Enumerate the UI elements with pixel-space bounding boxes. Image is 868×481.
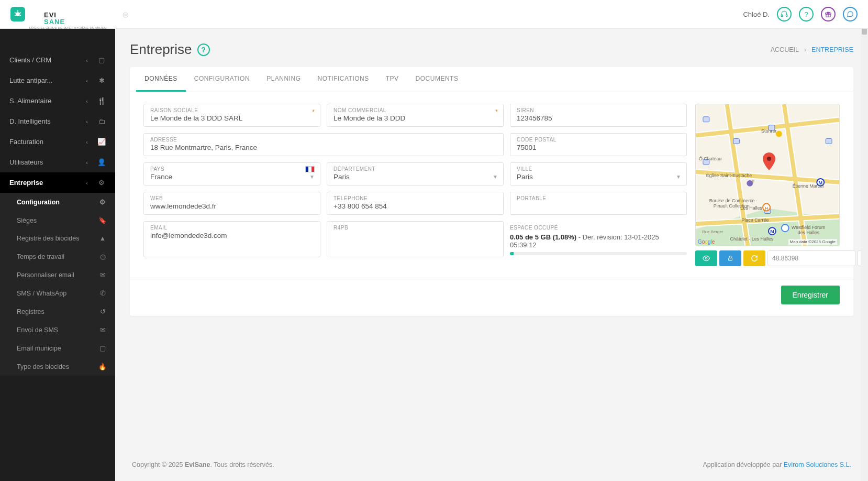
sidebar-item-utilisateurs[interactable]: Utilisateurs‹👤	[0, 152, 115, 172]
r4pb-input[interactable]	[333, 231, 497, 239]
sub-type-biocides[interactable]: Type des biocides🔥	[0, 357, 115, 376]
map-lock-button[interactable]	[719, 250, 741, 266]
field-telephone[interactable]: TÉLÉPHONE	[327, 192, 504, 215]
sidebar-item-facturation[interactable]: Facturation‹📈	[0, 132, 115, 152]
field-web[interactable]: WEB	[143, 192, 320, 215]
portable-input[interactable]	[517, 201, 680, 210]
sub-biocides[interactable]: Registre des biocides▲	[0, 229, 115, 247]
svg-text:Étienne Marcel: Étienne Marcel	[793, 183, 824, 189]
svg-point-0	[16, 12, 20, 16]
form-card: DONNÉES CONFIGURATION PLANNING NOTIFICAT…	[130, 67, 853, 316]
sub-temps[interactable]: Temps de travail◷	[0, 247, 115, 266]
field-raison-sociale[interactable]: RAISON SOCIALE *	[143, 104, 320, 127]
sub-email[interactable]: Personnaliser email✉	[0, 266, 115, 284]
map[interactable]: M M H Église Saint-Eustache ✝ Stohrer Ô …	[695, 104, 840, 246]
field-email[interactable]: EMAIL	[143, 221, 320, 257]
gift-icon[interactable]	[821, 7, 836, 21]
svg-line-4	[15, 15, 16, 16]
ville-select[interactable]: Paris	[517, 172, 680, 181]
sidebar-item-lutte[interactable]: Lutte antipar...‹✱	[0, 70, 115, 91]
web-input[interactable]	[150, 201, 314, 210]
map-attribution: Map data ©2025 Google	[788, 239, 837, 245]
sidebar-toggle-icon[interactable]: ◎	[123, 10, 128, 18]
sub-sms[interactable]: SMS / WhatsApp✆	[0, 284, 115, 302]
tabs: DONNÉES CONFIGURATION PLANNING NOTIFICAT…	[130, 67, 853, 92]
svg-text:Place Carrée: Place Carrée	[741, 217, 769, 223]
sidebar-item-clients[interactable]: Clients / CRM‹▢	[0, 50, 115, 70]
gear-icon: ⚙	[98, 198, 107, 206]
tab-documents[interactable]: DOCUMENTS	[407, 67, 467, 92]
svg-line-5	[19, 15, 21, 16]
espace-bold: 0.05 de 5 GB (1.08%)	[510, 233, 576, 241]
sub-envoi-sms[interactable]: Envoi de SMS✉	[0, 321, 115, 339]
sub-sieges[interactable]: Sièges🔖	[0, 211, 115, 229]
field-ville[interactable]: VILLE Paris ▼	[510, 162, 687, 185]
field-siren[interactable]: SIREN	[510, 104, 687, 127]
email-input[interactable]	[150, 231, 314, 239]
map-view-button[interactable]	[695, 250, 717, 266]
tab-configuration[interactable]: CONFIGURATION	[186, 67, 258, 92]
svg-rect-7	[786, 15, 787, 17]
chevron-left-icon: ‹	[86, 159, 88, 166]
tab-planning[interactable]: PLANNING	[258, 67, 309, 92]
svg-text:des Halles: des Halles	[798, 230, 820, 235]
sub-email-municipe[interactable]: Email municipe▢	[0, 339, 115, 357]
droplet-icon: 🔥	[98, 363, 107, 370]
tab-notifications[interactable]: NOTIFICATIONS	[309, 67, 377, 92]
headset-icon[interactable]	[777, 7, 792, 21]
field-code-postal[interactable]: CODE POSTAL	[510, 133, 687, 156]
footer-link[interactable]: Evirom Soluciones S.L.	[784, 461, 851, 468]
username[interactable]: Chloé D.	[743, 10, 770, 18]
page-title: Entreprise ?	[130, 41, 210, 58]
help-icon[interactable]: ?	[799, 7, 814, 21]
code-postal-input[interactable]	[517, 143, 680, 151]
field-pays[interactable]: PAYS France ▼	[143, 162, 320, 185]
map-pin-icon	[763, 152, 775, 172]
svg-rect-43	[729, 258, 732, 261]
siren-input[interactable]	[517, 113, 680, 122]
logo-subtitle: LOGICIEL CLOUD DE 3D ET HYGIÈNE DU MILIE…	[29, 26, 107, 29]
map-brand: Google	[698, 239, 715, 245]
scrollbar[interactable]	[861, 0, 868, 481]
field-nom-commercial[interactable]: NOM COMMERCIAL *	[327, 104, 504, 127]
sub-configuration[interactable]: Configuration⚙	[0, 193, 115, 211]
departement-select[interactable]: Paris	[333, 172, 497, 181]
gear-icon: ⚙	[97, 179, 106, 187]
map-refresh-button[interactable]	[743, 250, 765, 266]
svg-text:Bourse de Commerce -: Bourse de Commerce -	[709, 198, 758, 203]
pays-select[interactable]: France	[150, 172, 314, 181]
field-departement[interactable]: DÉPARTEMENT Paris ▼	[327, 162, 504, 185]
main-content: Entreprise ? ACCUEIL › ENTREPRISE DONNÉE…	[115, 29, 868, 481]
svg-rect-13	[703, 117, 709, 122]
sub-registres[interactable]: Registres↺	[0, 302, 115, 321]
tab-donnees[interactable]: DONNÉES	[136, 67, 186, 92]
chevron-left-icon: ‹	[86, 118, 88, 125]
chevron-right-icon: ›	[804, 46, 806, 53]
help-icon[interactable]: ?	[197, 43, 210, 56]
svg-point-25	[776, 131, 782, 137]
envelope-icon: ✉	[98, 326, 107, 334]
breadcrumb: ACCUEIL › ENTREPRISE	[771, 46, 853, 53]
field-adresse[interactable]: ADRESSE	[143, 133, 504, 156]
bookmark-icon: 🔖	[98, 216, 107, 224]
tab-tpv[interactable]: TPV	[377, 67, 407, 92]
logo[interactable]: EVISANE LOGICIEL CLOUD DE 3D ET HYGIÈNE …	[10, 0, 107, 29]
sidebar-item-intelligents[interactable]: D. Intelligents‹🗀	[0, 111, 115, 132]
lat-input[interactable]	[767, 250, 855, 266]
sidebar-item-alimentaire[interactable]: S. Alimentaire‹🍴	[0, 91, 115, 111]
field-portable[interactable]: PORTABLE	[510, 192, 687, 215]
sidebar: Clients / CRM‹▢ Lutte antipar...‹✱ S. Al…	[0, 29, 115, 481]
save-button[interactable]: Enregistrer	[781, 286, 840, 304]
telephone-input[interactable]	[333, 201, 497, 210]
breadcrumb-home[interactable]: ACCUEIL	[771, 46, 799, 53]
raison-sociale-input[interactable]	[150, 113, 314, 122]
svg-text:H: H	[765, 206, 768, 211]
nom-commercial-input[interactable]	[333, 113, 497, 122]
sidebar-item-entreprise[interactable]: Entreprise‹⚙	[0, 172, 115, 193]
chat-icon[interactable]	[843, 7, 858, 21]
adresse-input[interactable]	[150, 143, 497, 151]
warning-icon: ▲	[98, 235, 107, 242]
field-r4pb[interactable]: R4PB	[327, 221, 504, 257]
id-card-icon: ▢	[98, 344, 107, 352]
footer: Copyright © 2025 EviSane. Tous droits ré…	[130, 449, 853, 481]
